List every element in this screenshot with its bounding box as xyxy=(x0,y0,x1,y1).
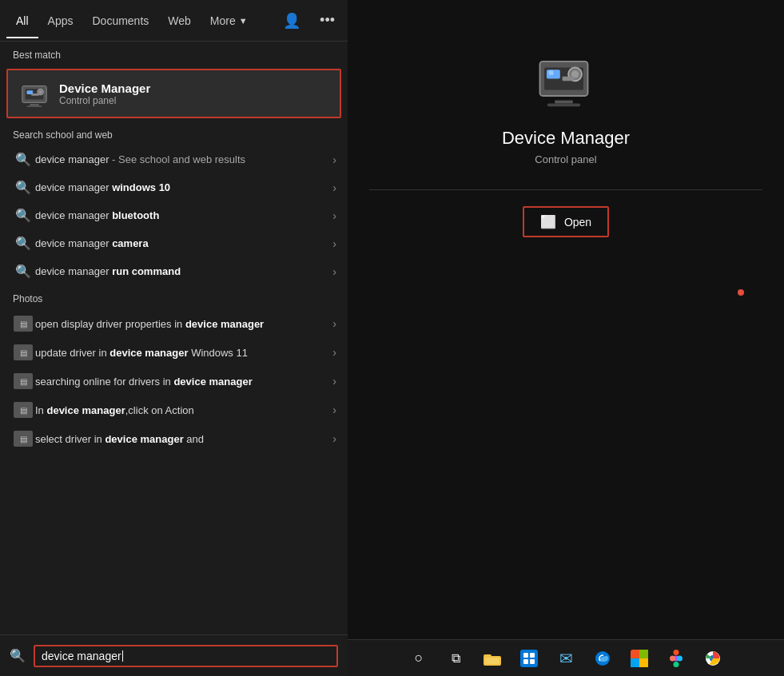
search-panel: All Apps Documents Web More ▼ 👤 ••• Best… xyxy=(0,0,348,676)
chevron-right-icon: › xyxy=(332,432,336,445)
svg-rect-7 xyxy=(27,105,42,107)
svg-rect-13 xyxy=(563,77,575,82)
result-text: In device manager,click on Action xyxy=(35,404,332,416)
result-text: device manager run command xyxy=(35,265,332,277)
photo-icon: ▤ xyxy=(11,431,35,447)
task-view-icon[interactable]: ⧉ xyxy=(441,644,470,673)
svg-rect-24 xyxy=(530,659,535,664)
result-text: device manager - See school and web resu… xyxy=(35,153,332,165)
tab-more[interactable]: More ▼ xyxy=(201,3,257,38)
chevron-right-icon: › xyxy=(332,346,336,359)
svg-rect-20 xyxy=(520,650,538,667)
svg-point-34 xyxy=(670,655,675,661)
best-match-label: Best match xyxy=(0,42,348,66)
list-item[interactable]: ▤ open display driver properties in devi… xyxy=(0,309,348,338)
red-dot-indicator xyxy=(738,289,744,296)
photo-icon: ▤ xyxy=(11,344,35,360)
svg-point-33 xyxy=(674,662,679,667)
result-text: device manager windows 10 xyxy=(35,181,332,193)
best-match-item[interactable]: Device Manager Control panel xyxy=(6,69,341,118)
search-icon: 🔍 xyxy=(11,152,35,167)
chevron-right-icon: › xyxy=(332,237,336,250)
list-item[interactable]: 🔍 device manager - See school and web re… xyxy=(0,145,348,173)
search-bar-icon: 🔍 xyxy=(10,648,26,663)
best-match-title: Device Manager xyxy=(59,82,150,95)
search-input-box[interactable]: device manager xyxy=(34,645,338,667)
search-input-text: device manager xyxy=(42,650,121,662)
svg-rect-21 xyxy=(523,653,528,658)
tab-web[interactable]: Web xyxy=(158,3,201,38)
svg-rect-28 xyxy=(631,658,639,667)
tab-all[interactable]: All xyxy=(6,3,38,38)
person-icon[interactable]: 👤 xyxy=(277,6,307,36)
chrome-icon[interactable] xyxy=(698,644,727,673)
svg-rect-19 xyxy=(485,658,499,664)
list-item[interactable]: 🔍 device manager run command › xyxy=(0,257,348,285)
svg-rect-27 xyxy=(639,650,648,658)
list-item[interactable]: ▤ In device manager,click on Action › xyxy=(0,396,348,424)
photo-icon: ▤ xyxy=(11,373,35,389)
svg-rect-16 xyxy=(549,70,554,75)
best-match-subtitle: Control panel xyxy=(59,95,150,106)
tab-apps[interactable]: Apps xyxy=(38,3,83,38)
search-web-label: Search school and web xyxy=(0,121,348,145)
result-text: device manager camera xyxy=(35,237,332,249)
chevron-right-icon: › xyxy=(332,375,336,388)
figma-icon[interactable] xyxy=(662,644,690,673)
svg-point-30 xyxy=(674,650,679,655)
result-text: searching online for drivers in device m… xyxy=(35,376,332,388)
best-match-text: Device Manager Control panel xyxy=(59,82,150,106)
search-icon: 🔍 xyxy=(11,236,35,251)
search-icon: 🔍 xyxy=(11,264,35,279)
list-item[interactable]: ▤ select driver in device manager and › xyxy=(0,424,348,453)
result-text: open display driver properties in device… xyxy=(35,318,332,330)
result-text: update driver in device manager Windows … xyxy=(35,347,332,359)
results-area: Best match Device Manager Control panel xyxy=(0,42,348,676)
svg-rect-23 xyxy=(523,659,528,664)
search-bar: 🔍 device manager xyxy=(0,634,348,676)
device-manager-icon-small xyxy=(19,78,50,109)
photo-icon: ▤ xyxy=(11,316,35,332)
chevron-right-icon: › xyxy=(332,265,336,278)
list-item[interactable]: ▤ searching online for drivers in device… xyxy=(0,367,348,396)
list-item[interactable]: ▤ update driver in device manager Window… xyxy=(0,338,348,367)
more-options-icon[interactable]: ••• xyxy=(313,6,341,36)
detail-divider xyxy=(369,189,762,190)
ms-store-icon[interactable] xyxy=(625,644,654,673)
search-icon: 🔍 xyxy=(11,208,35,223)
photos-label: Photos xyxy=(0,285,348,309)
edge-icon[interactable] xyxy=(588,644,617,673)
open-button-icon: ⬜ xyxy=(540,214,556,229)
list-item[interactable]: 🔍 device manager bluetooth › xyxy=(0,201,348,229)
chevron-right-icon: › xyxy=(332,209,336,222)
store-icon[interactable] xyxy=(515,644,543,673)
result-text: select driver in device manager and xyxy=(35,433,332,445)
svg-rect-14 xyxy=(555,101,573,104)
chevron-right-icon: › xyxy=(332,317,336,330)
svg-rect-18 xyxy=(484,654,491,658)
tabs-bar: All Apps Documents Web More ▼ 👤 ••• xyxy=(0,0,348,42)
mail-icon[interactable]: ✉ xyxy=(551,644,580,673)
detail-subtitle: Control panel xyxy=(535,153,596,165)
list-item[interactable]: 🔍 device manager windows 10 › xyxy=(0,173,348,201)
detail-title: Device Manager xyxy=(502,128,630,149)
taskbar: ○ ⧉ ✉ xyxy=(348,639,784,676)
svg-point-32 xyxy=(677,655,683,661)
tab-documents[interactable]: Documents xyxy=(82,3,158,38)
photo-icon: ▤ xyxy=(11,402,35,418)
file-explorer-icon[interactable] xyxy=(478,644,507,673)
list-item[interactable]: 🔍 device manager camera › xyxy=(0,229,348,257)
result-text: device manager bluetooth xyxy=(35,209,332,221)
chevron-down-icon: ▼ xyxy=(239,16,248,26)
chevron-right-icon: › xyxy=(332,404,336,416)
chevron-right-icon: › xyxy=(332,153,336,166)
svg-rect-5 xyxy=(31,93,39,96)
detail-panel: Device Manager Control panel ⬜ Open xyxy=(348,0,784,639)
svg-rect-6 xyxy=(30,104,38,105)
search-taskbar-icon[interactable]: ○ xyxy=(404,644,433,673)
open-button[interactable]: ⬜ Open xyxy=(523,206,609,237)
text-cursor xyxy=(122,650,123,662)
svg-rect-15 xyxy=(547,103,580,106)
device-manager-icon-large xyxy=(534,48,598,112)
svg-rect-29 xyxy=(639,658,648,667)
